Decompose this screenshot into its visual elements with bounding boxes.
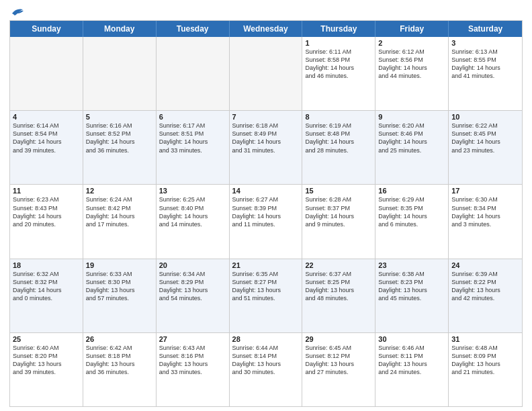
- day-info: Sunrise: 6:23 AM Sunset: 8:43 PM Dayligh…: [13, 195, 80, 228]
- day-number: 26: [86, 335, 153, 343]
- day-number: 11: [13, 187, 80, 195]
- day-info: Sunrise: 6:48 AM Sunset: 8:09 PM Dayligh…: [451, 344, 519, 377]
- day-info: Sunrise: 6:25 AM Sunset: 8:40 PM Dayligh…: [159, 195, 226, 228]
- day-info: Sunrise: 6:22 AM Sunset: 8:45 PM Dayligh…: [451, 122, 519, 154]
- day-cell-15: 15Sunrise: 6:28 AM Sunset: 8:37 PM Dayli…: [302, 185, 375, 258]
- header-day-thursday: Thursday: [302, 21, 375, 37]
- day-info: Sunrise: 6:27 AM Sunset: 8:39 PM Dayligh…: [232, 195, 300, 228]
- day-number: 17: [451, 187, 519, 195]
- day-info: Sunrise: 6:20 AM Sunset: 8:46 PM Dayligh…: [378, 122, 445, 154]
- day-info: Sunrise: 6:29 AM Sunset: 8:35 PM Dayligh…: [378, 195, 445, 228]
- day-cell-4: 4Sunrise: 6:14 AM Sunset: 8:54 PM Daylig…: [10, 111, 83, 184]
- day-number: 24: [451, 261, 519, 269]
- day-number: 30: [378, 335, 445, 343]
- day-number: 9: [378, 113, 445, 121]
- day-cell-16: 16Sunrise: 6:29 AM Sunset: 8:35 PM Dayli…: [375, 185, 449, 258]
- day-cell-25: 25Sunrise: 6:40 AM Sunset: 8:20 PM Dayli…: [10, 333, 83, 406]
- day-cell-9: 9Sunrise: 6:20 AM Sunset: 8:46 PM Daylig…: [375, 111, 449, 184]
- day-number: 2: [378, 39, 445, 47]
- day-cell-10: 10Sunrise: 6:22 AM Sunset: 8:45 PM Dayli…: [449, 111, 522, 184]
- header-day-wednesday: Wednesday: [230, 21, 303, 37]
- day-number: 14: [232, 187, 300, 195]
- empty-cell: [10, 37, 83, 110]
- day-cell-3: 3Sunrise: 6:13 AM Sunset: 8:55 PM Daylig…: [449, 37, 522, 110]
- day-info: Sunrise: 6:43 AM Sunset: 8:16 PM Dayligh…: [159, 344, 226, 377]
- logo-bird-icon: [11, 7, 24, 16]
- day-info: Sunrise: 6:46 AM Sunset: 8:11 PM Dayligh…: [378, 344, 445, 377]
- day-info: Sunrise: 6:33 AM Sunset: 8:30 PM Dayligh…: [86, 270, 153, 303]
- day-info: Sunrise: 6:32 AM Sunset: 8:32 PM Dayligh…: [13, 270, 80, 303]
- day-number: 16: [378, 187, 445, 195]
- day-info: Sunrise: 6:13 AM Sunset: 8:55 PM Dayligh…: [451, 48, 519, 81]
- day-number: 23: [378, 261, 445, 269]
- day-number: 18: [13, 261, 80, 269]
- day-info: Sunrise: 6:34 AM Sunset: 8:29 PM Dayligh…: [159, 270, 226, 303]
- day-info: Sunrise: 6:30 AM Sunset: 8:34 PM Dayligh…: [451, 195, 519, 228]
- day-info: Sunrise: 6:39 AM Sunset: 8:22 PM Dayligh…: [451, 270, 519, 303]
- page-container: SundayMondayTuesdayWednesdayThursdayFrid…: [0, 0, 532, 411]
- day-number: 20: [159, 261, 226, 269]
- header-day-friday: Friday: [375, 21, 449, 37]
- day-info: Sunrise: 6:24 AM Sunset: 8:42 PM Dayligh…: [86, 195, 153, 228]
- day-cell-21: 21Sunrise: 6:35 AM Sunset: 8:27 PM Dayli…: [230, 259, 303, 332]
- day-number: 6: [159, 113, 226, 121]
- day-number: 10: [451, 113, 519, 121]
- empty-cell: [230, 37, 303, 110]
- day-number: 15: [305, 187, 372, 195]
- empty-cell: [83, 37, 157, 110]
- header-day-monday: Monday: [83, 21, 157, 37]
- day-info: Sunrise: 6:12 AM Sunset: 8:56 PM Dayligh…: [378, 48, 445, 81]
- day-info: Sunrise: 6:37 AM Sunset: 8:25 PM Dayligh…: [305, 270, 372, 303]
- day-number: 29: [305, 335, 372, 343]
- calendar-header: SundayMondayTuesdayWednesdayThursdayFrid…: [10, 21, 522, 37]
- day-cell-20: 20Sunrise: 6:34 AM Sunset: 8:29 PM Dayli…: [157, 259, 230, 332]
- calendar-row-4: 18Sunrise: 6:32 AM Sunset: 8:32 PM Dayli…: [10, 259, 522, 332]
- day-cell-6: 6Sunrise: 6:17 AM Sunset: 8:51 PM Daylig…: [157, 111, 230, 184]
- day-cell-29: 29Sunrise: 6:45 AM Sunset: 8:12 PM Dayli…: [302, 333, 375, 406]
- page-header: [9, 7, 523, 16]
- day-cell-13: 13Sunrise: 6:25 AM Sunset: 8:40 PM Dayli…: [157, 185, 230, 258]
- day-cell-7: 7Sunrise: 6:18 AM Sunset: 8:49 PM Daylig…: [230, 111, 303, 184]
- day-info: Sunrise: 6:35 AM Sunset: 8:27 PM Dayligh…: [232, 270, 300, 303]
- day-cell-11: 11Sunrise: 6:23 AM Sunset: 8:43 PM Dayli…: [10, 185, 83, 258]
- day-info: Sunrise: 6:11 AM Sunset: 8:58 PM Dayligh…: [305, 48, 372, 81]
- day-cell-2: 2Sunrise: 6:12 AM Sunset: 8:56 PM Daylig…: [375, 37, 449, 110]
- calendar-row-5: 25Sunrise: 6:40 AM Sunset: 8:20 PM Dayli…: [10, 332, 522, 406]
- day-number: 4: [13, 113, 80, 121]
- day-number: 21: [232, 261, 300, 269]
- day-cell-30: 30Sunrise: 6:46 AM Sunset: 8:11 PM Dayli…: [375, 333, 449, 406]
- day-number: 3: [451, 39, 519, 47]
- day-info: Sunrise: 6:14 AM Sunset: 8:54 PM Dayligh…: [13, 122, 80, 154]
- logo: [9, 7, 24, 16]
- day-cell-24: 24Sunrise: 6:39 AM Sunset: 8:22 PM Dayli…: [449, 259, 522, 332]
- day-number: 1: [305, 39, 372, 47]
- calendar-row-2: 4Sunrise: 6:14 AM Sunset: 8:54 PM Daylig…: [10, 110, 522, 184]
- calendar: SundayMondayTuesdayWednesdayThursdayFrid…: [9, 20, 523, 407]
- day-number: 22: [305, 261, 372, 269]
- day-cell-23: 23Sunrise: 6:38 AM Sunset: 8:23 PM Dayli…: [375, 259, 449, 332]
- day-cell-26: 26Sunrise: 6:42 AM Sunset: 8:18 PM Dayli…: [83, 333, 157, 406]
- day-cell-31: 31Sunrise: 6:48 AM Sunset: 8:09 PM Dayli…: [449, 333, 522, 406]
- day-cell-5: 5Sunrise: 6:16 AM Sunset: 8:52 PM Daylig…: [83, 111, 157, 184]
- day-cell-22: 22Sunrise: 6:37 AM Sunset: 8:25 PM Dayli…: [302, 259, 375, 332]
- header-day-sunday: Sunday: [10, 21, 83, 37]
- day-number: 7: [232, 113, 300, 121]
- day-info: Sunrise: 6:40 AM Sunset: 8:20 PM Dayligh…: [13, 344, 80, 377]
- calendar-row-3: 11Sunrise: 6:23 AM Sunset: 8:43 PM Dayli…: [10, 184, 522, 258]
- day-info: Sunrise: 6:18 AM Sunset: 8:49 PM Dayligh…: [232, 122, 300, 154]
- day-info: Sunrise: 6:16 AM Sunset: 8:52 PM Dayligh…: [86, 122, 153, 154]
- day-info: Sunrise: 6:17 AM Sunset: 8:51 PM Dayligh…: [159, 122, 226, 154]
- empty-cell: [157, 37, 230, 110]
- day-info: Sunrise: 6:28 AM Sunset: 8:37 PM Dayligh…: [305, 195, 372, 228]
- day-number: 27: [159, 335, 226, 343]
- header-day-saturday: Saturday: [449, 21, 522, 37]
- day-info: Sunrise: 6:45 AM Sunset: 8:12 PM Dayligh…: [305, 344, 372, 377]
- day-cell-12: 12Sunrise: 6:24 AM Sunset: 8:42 PM Dayli…: [83, 185, 157, 258]
- day-cell-8: 8Sunrise: 6:19 AM Sunset: 8:48 PM Daylig…: [302, 111, 375, 184]
- calendar-row-1: 1Sunrise: 6:11 AM Sunset: 8:58 PM Daylig…: [10, 37, 522, 110]
- day-cell-18: 18Sunrise: 6:32 AM Sunset: 8:32 PM Dayli…: [10, 259, 83, 332]
- day-cell-19: 19Sunrise: 6:33 AM Sunset: 8:30 PM Dayli…: [83, 259, 157, 332]
- day-info: Sunrise: 6:42 AM Sunset: 8:18 PM Dayligh…: [86, 344, 153, 377]
- day-number: 12: [86, 187, 153, 195]
- day-number: 8: [305, 113, 372, 121]
